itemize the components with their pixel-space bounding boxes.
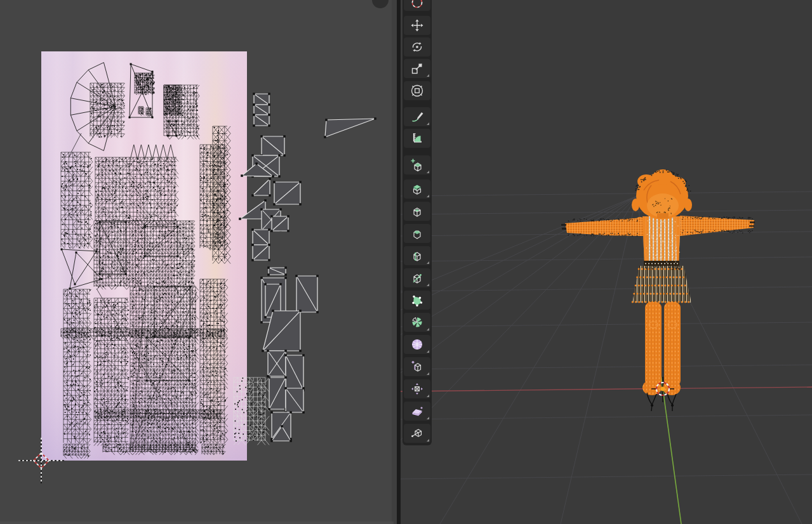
tool-spin[interactable] xyxy=(404,313,430,332)
tool-shrink-fatten[interactable] xyxy=(404,379,430,398)
tool-scale[interactable] xyxy=(404,59,430,78)
uv-canvas[interactable] xyxy=(0,0,397,524)
tool-poly-build[interactable] xyxy=(404,291,430,310)
uv-image-editor[interactable] xyxy=(0,0,397,524)
move-icon xyxy=(409,18,425,33)
uv-islands-outside xyxy=(234,93,376,445)
tool-move[interactable] xyxy=(404,16,430,35)
inset-faces-icon xyxy=(409,204,425,219)
smooth-icon xyxy=(409,337,425,352)
measure-icon xyxy=(409,131,425,146)
tool-edge-slide[interactable] xyxy=(404,357,430,376)
tool-annotate[interactable] xyxy=(404,107,430,126)
bevel-icon xyxy=(409,226,425,241)
skirt xyxy=(632,266,691,303)
tool-measure[interactable] xyxy=(404,129,430,148)
submenu-indicator xyxy=(427,350,429,353)
extrude-region-icon xyxy=(409,181,425,197)
submenu-indicator xyxy=(427,372,429,375)
submenu-indicator xyxy=(427,195,429,197)
tool-shear[interactable] xyxy=(404,402,430,421)
tool-knife[interactable] xyxy=(404,268,430,287)
edge-slide-icon xyxy=(409,359,425,374)
tool-extrude-region[interactable] xyxy=(404,180,430,199)
panel-edge-shade xyxy=(392,0,397,524)
tool-inset-faces[interactable] xyxy=(404,202,430,221)
tool-transform[interactable] xyxy=(404,81,430,100)
loop-cut-icon xyxy=(409,248,425,263)
submenu-indicator xyxy=(427,395,429,397)
submenu-indicator xyxy=(427,417,429,419)
submenu-indicator xyxy=(427,439,429,442)
annotate-icon xyxy=(409,109,425,124)
submenu-indicator xyxy=(427,122,429,125)
add-cube-icon xyxy=(409,157,425,173)
uv-hscrollbar[interactable] xyxy=(0,521,394,524)
scale-icon xyxy=(409,61,425,76)
tool-loop-cut[interactable] xyxy=(404,246,430,265)
spin-icon xyxy=(409,315,425,330)
tool-add-cube[interactable] xyxy=(404,155,430,174)
submenu-indicator xyxy=(427,74,429,77)
tool-column xyxy=(403,0,432,445)
tool-cursor[interactable] xyxy=(404,0,430,11)
viewport-canvas[interactable] xyxy=(401,0,812,524)
object-origin-dot xyxy=(661,387,665,391)
tool-rotate[interactable] xyxy=(404,37,430,56)
collapsed-widget-circle[interactable] xyxy=(372,0,389,8)
shrink-fatten-icon xyxy=(409,381,425,396)
submenu-indicator xyxy=(427,261,429,264)
cursor-icon xyxy=(409,0,425,9)
tool-bevel[interactable] xyxy=(404,224,430,243)
transform-icon xyxy=(409,83,425,98)
shear-icon xyxy=(409,403,425,419)
knife-icon xyxy=(409,270,425,285)
poly-build-icon xyxy=(409,292,425,308)
submenu-indicator xyxy=(427,328,429,331)
rotate-icon xyxy=(409,39,425,55)
viewport-3d[interactable] xyxy=(401,0,812,524)
blender-window xyxy=(0,0,812,524)
submenu-indicator xyxy=(427,171,429,173)
submenu-indicator xyxy=(427,284,429,286)
tool-rip-region[interactable] xyxy=(404,424,430,443)
rip-region-icon xyxy=(409,426,425,441)
tool-smooth[interactable] xyxy=(404,335,430,354)
